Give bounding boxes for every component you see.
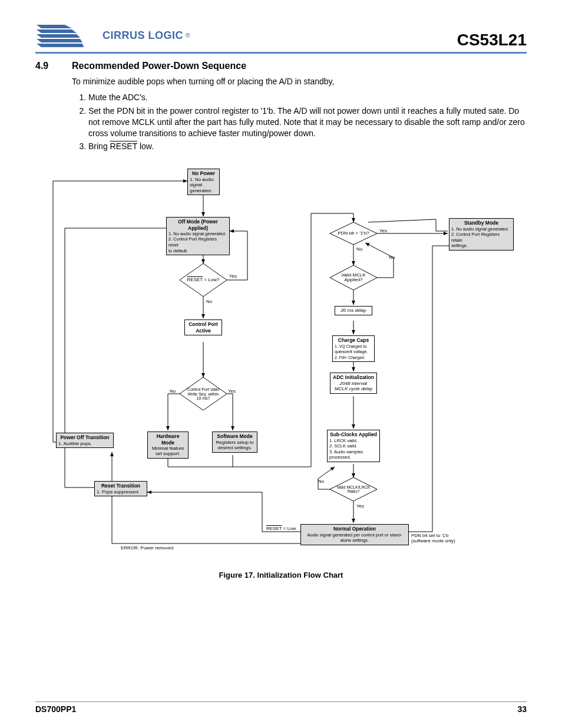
label-pdn-set: PDN bit set to '1'b (software mode only) xyxy=(411,533,455,543)
label-yes-5: Yes xyxy=(356,503,364,509)
node-off-mode: Off Mode (Power Applied) 1. No audio sig… xyxy=(166,217,230,255)
decision-pdn-bit: PDN bit = '1'b? xyxy=(330,222,377,245)
node-hw-mode: Hardware Mode Minimal feature set suppor… xyxy=(147,431,189,459)
decision-valid-ratio: Valid MCLK/LRCK Ratio? xyxy=(330,477,377,501)
label-no-3: No xyxy=(356,246,362,252)
node-charge-caps: Charge Caps 1. VQ Charged to quiescent v… xyxy=(332,335,375,362)
section-title: Recommended Power-Down Sequence xyxy=(72,61,246,71)
node-standby-mode: Standby Mode 1. No audio signal generate… xyxy=(449,218,514,251)
label-no-5: No xyxy=(318,479,324,484)
part-number: CS53L21 xyxy=(457,31,527,50)
node-no-power: No Power 1. No audio signal generated. xyxy=(187,169,220,195)
node-sw-mode: Software Mode Registers setup to desired… xyxy=(212,431,257,452)
flowchart-figure: No Power 1. No audio signal generated. O… xyxy=(35,166,527,567)
label-yes-3: Yes xyxy=(379,228,387,233)
decision-valid-mclk: Valid MCLK Applied? xyxy=(330,265,377,290)
step-1: Mute the ADC's. xyxy=(88,92,527,103)
decision-cp-valid: Control Port Valid Write Seq. within 10 … xyxy=(180,377,227,410)
node-power-off-transition: Power Off Transition 1. Audible pops. xyxy=(56,433,114,448)
label-no-4: No xyxy=(389,255,395,260)
reg-mark: ® xyxy=(186,32,190,39)
label-no: No xyxy=(206,299,212,304)
node-20ms-delay: 20 ms delay xyxy=(335,306,372,315)
footer-page-number: 33 xyxy=(517,704,527,714)
node-reset-transition: Reset Transition 1. Pops suppressed. xyxy=(94,481,147,496)
footer-doc-id: DS700PP1 xyxy=(35,704,76,714)
step-2: Set the PDN bit in the power control reg… xyxy=(88,106,527,139)
step-3: Bring RESET low. xyxy=(88,141,527,152)
label-no-2: No xyxy=(170,388,176,394)
section-number: 4.9 xyxy=(35,61,59,71)
node-sub-clocks: Sub-Clocks Applied 1. LRCK valid. 2. SCL… xyxy=(327,430,380,462)
company-name: CIRRUS LOGIC xyxy=(103,29,183,42)
node-adc-init: ADC Initialization 2048 internal MCLK cy… xyxy=(330,373,377,393)
node-normal-operation: Normal Operation Audio signal generated … xyxy=(300,524,409,545)
section-intro: To minimize audible pops when turning of… xyxy=(72,76,527,87)
header-rule xyxy=(35,52,527,54)
label-reset-low: RESET = Low xyxy=(266,526,296,531)
company-logo: CIRRUS LOGIC ® xyxy=(35,21,190,50)
label-yes: Yes xyxy=(229,274,237,279)
node-control-port-active: Control Port Active xyxy=(184,319,222,335)
decision-reset-low: RESET = Low? xyxy=(180,263,227,297)
label-yes-2: Yes xyxy=(228,388,236,394)
label-error-power: ERROR: Power removed xyxy=(121,545,173,551)
figure-caption: Figure 17. Initialization Flow Chart xyxy=(35,571,527,579)
